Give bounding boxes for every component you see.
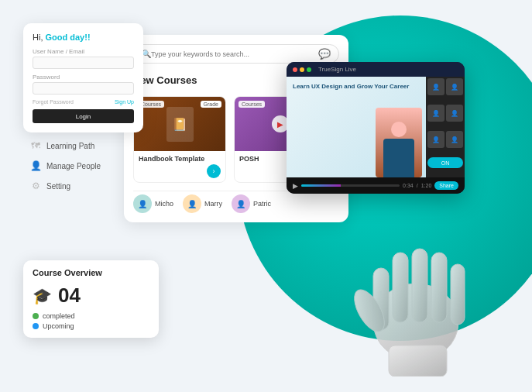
vs-thumb-1[interactable]: 👤 bbox=[427, 78, 444, 95]
signup-link[interactable]: Sign Up bbox=[115, 99, 134, 105]
course-category-2: Courses bbox=[239, 101, 265, 108]
completed-dot bbox=[33, 313, 39, 319]
content-area: Hi, Good day!! User Name / Email Passwor… bbox=[15, 15, 517, 377]
overview-stats: 🎓 04 bbox=[33, 284, 149, 308]
person-body bbox=[383, 139, 414, 177]
people-row: 👤 Micho 👤 Marry 👤 Patric bbox=[133, 191, 339, 213]
progress-fill bbox=[301, 184, 341, 187]
upcoming-label: Upcoming bbox=[43, 322, 74, 330]
person-2[interactable]: 👤 Marry bbox=[183, 194, 222, 213]
person-avatar-1: 👤 bbox=[133, 194, 152, 213]
upcoming-dot bbox=[33, 323, 39, 329]
vs-thumb-3[interactable]: 👤 bbox=[427, 105, 444, 122]
sidebar-item-manage-people[interactable]: 👤 Manage People bbox=[29, 156, 101, 176]
time-current: 0:34 bbox=[403, 183, 414, 188]
password-label: Password bbox=[33, 74, 134, 81]
video-text-overlay: Learn UX Design and Grow Your Career bbox=[293, 83, 409, 91]
legend-upcoming: Upcoming bbox=[33, 322, 149, 330]
vs-thumb-6[interactable]: 👤 bbox=[446, 131, 463, 148]
course-overview-card: Course Overview 🎓 04 completed Upcoming bbox=[23, 260, 159, 338]
course-name-1: Handbook Template bbox=[139, 155, 221, 163]
password-input[interactable] bbox=[33, 82, 134, 95]
person-name-1: Micho bbox=[155, 200, 173, 208]
card-thumb-image-1: 📔 bbox=[166, 107, 194, 142]
login-panel: Hi, Good day!! User Name / Email Passwor… bbox=[23, 23, 143, 132]
sidebar-setting-label: Setting bbox=[46, 182, 70, 191]
play-ctrl-icon[interactable]: ▶ bbox=[293, 182, 298, 190]
course-thumb-1: Courses Grade 📔 bbox=[134, 97, 225, 151]
dot-red bbox=[293, 67, 297, 72]
setting-icon: ⚙ bbox=[29, 180, 42, 192]
video-content: Learn UX Design and Grow Your Career 👤 👤… bbox=[287, 77, 465, 177]
video-person bbox=[376, 108, 422, 177]
sidebar-item-setting[interactable]: ⚙ Setting bbox=[29, 176, 101, 196]
person-head bbox=[391, 122, 407, 137]
person-avatar-2: 👤 bbox=[183, 194, 201, 213]
progress-bar[interactable] bbox=[301, 184, 400, 187]
sidebar-manage-people-label: Manage People bbox=[46, 162, 101, 170]
login-button[interactable]: Login bbox=[33, 109, 134, 123]
vs-thumb-4[interactable]: 👤 bbox=[446, 105, 463, 122]
sidebar-learning-path-label: Learning Path bbox=[46, 142, 94, 150]
sidebar-item-learning-path[interactable]: 🗺 Learning Path bbox=[29, 136, 101, 156]
learning-path-icon: 🗺 bbox=[29, 139, 42, 152]
toggle-on[interactable]: ON bbox=[427, 157, 463, 168]
course-action-btn-1[interactable]: › bbox=[207, 164, 221, 178]
username-input[interactable] bbox=[33, 57, 134, 69]
video-header: TrueSign Live bbox=[287, 62, 465, 77]
manage-people-icon: 👤 bbox=[29, 160, 42, 172]
share-button[interactable]: Share bbox=[434, 181, 458, 190]
dot-green bbox=[307, 67, 311, 72]
person-name-3: Patric bbox=[253, 200, 271, 208]
dot-yellow bbox=[300, 67, 304, 72]
greeting-highlight: Good day!! bbox=[46, 33, 91, 42]
username-label: User Name / Email bbox=[33, 48, 134, 55]
time-separator: / bbox=[417, 183, 418, 188]
card-info-1: Handbook Template › bbox=[134, 151, 225, 182]
video-controls: ▶ 0:34 / 1:20 Share bbox=[287, 177, 465, 194]
vs-thumb-5[interactable]: 👤 bbox=[427, 131, 444, 148]
video-sidebar: 👤 👤 👤 👤 👤 👤 ON bbox=[426, 77, 465, 177]
course-icon: 🎓 bbox=[33, 287, 52, 305]
person-3[interactable]: 👤 Patric bbox=[232, 194, 271, 213]
sidebar-menu: 🗺 Learning Path 👤 Manage People ⚙ Settin… bbox=[29, 136, 101, 196]
course-grade-1: Grade bbox=[201, 101, 221, 108]
person-1[interactable]: 👤 Micho bbox=[133, 194, 173, 213]
video-title: TrueSign Live bbox=[318, 66, 356, 73]
greeting-text: Hi, Good day!! bbox=[33, 33, 134, 42]
message-icon: 💬 bbox=[318, 48, 331, 60]
forgot-label[interactable]: Forgot Password bbox=[33, 99, 74, 105]
forgot-row: Forgot Password Sign Up bbox=[33, 99, 134, 105]
overview-legend: completed Upcoming bbox=[33, 312, 149, 330]
vs-thumb-2[interactable]: 👤 bbox=[446, 78, 463, 95]
course-count: 04 bbox=[58, 284, 81, 308]
course-card-1[interactable]: Courses Grade 📔 Handbook Template › bbox=[133, 96, 226, 183]
time-total: 1:20 bbox=[421, 183, 432, 188]
course-overview-title: Course Overview bbox=[33, 268, 149, 277]
video-main: Learn UX Design and Grow Your Career bbox=[287, 77, 426, 177]
completed-label: completed bbox=[43, 312, 75, 320]
legend-completed: completed bbox=[33, 312, 149, 320]
search-bar: 🔍 💬 bbox=[133, 44, 339, 64]
search-input[interactable] bbox=[151, 50, 318, 58]
person-name-2: Marry bbox=[204, 200, 222, 208]
person-avatar-3: 👤 bbox=[232, 194, 250, 213]
card-action-1: › bbox=[139, 164, 221, 178]
video-panel: TrueSign Live Learn UX Design and Grow Y… bbox=[287, 62, 465, 194]
